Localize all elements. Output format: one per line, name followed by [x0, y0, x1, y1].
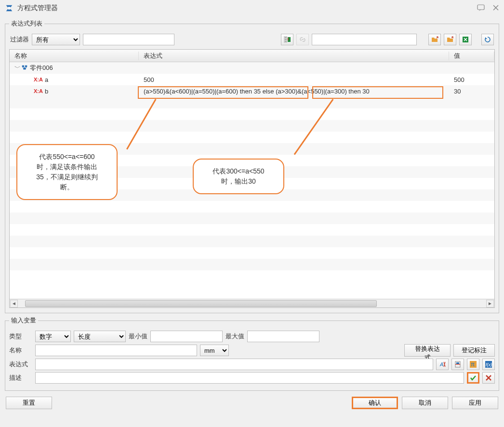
- col-header-expr[interactable]: 表达式: [139, 52, 449, 60]
- folder-close-button[interactable]: [444, 34, 456, 45]
- pi-helper-icon[interactable]: π: [467, 359, 479, 370]
- max-input[interactable]: [247, 331, 319, 342]
- name-label: 名称: [9, 346, 32, 355]
- filter-row: 过滤器 所有: [9, 32, 495, 49]
- horizontal-scrollbar[interactable]: ◄ ►: [10, 299, 494, 307]
- refresh-button[interactable]: [481, 34, 494, 45]
- link-path-input[interactable]: [312, 34, 417, 45]
- input-variables-legend: 输入变量: [9, 316, 38, 325]
- name-input[interactable]: [35, 345, 197, 356]
- excel-button[interactable]: [459, 34, 472, 45]
- import-excel-button[interactable]: [281, 34, 293, 45]
- input-variables-group: 输入变量 类型 数字 长度 最小值 最大值 名称 mm 替换表达式 登记标注 表…: [5, 316, 499, 391]
- var-icon: X:A: [34, 77, 43, 82]
- reset-button[interactable]: 重置: [6, 397, 52, 409]
- dialog-button-row: 重置 确认 取消 应用: [0, 394, 504, 414]
- svg-rect-7: [23, 67, 26, 69]
- expression-input[interactable]: [35, 359, 433, 370]
- tree-root-row[interactable]: ﹀ 零件006: [10, 62, 494, 74]
- table-header: 名称 表达式 值: [10, 50, 494, 62]
- svg-rect-1: [477, 5, 484, 10]
- filter-label: 过滤器: [10, 35, 29, 44]
- min-label: 最小值: [129, 332, 147, 341]
- description-label: 描述: [9, 374, 32, 382]
- strike-helper-icon[interactable]: [451, 359, 464, 370]
- expression-label: 表达式: [9, 360, 32, 369]
- titlebar: 方程式管理器: [0, 0, 504, 16]
- svg-rect-10: [456, 362, 459, 364]
- svg-text:π: π: [471, 361, 475, 368]
- description-input[interactable]: [35, 372, 464, 384]
- apply-button[interactable]: 应用: [452, 397, 498, 409]
- expression-list-legend: 表达式列表: [9, 19, 44, 28]
- filter-search-input[interactable]: [83, 34, 174, 45]
- part-icon: [21, 64, 28, 72]
- ok-button[interactable]: 确认: [352, 397, 398, 409]
- var-name: a: [45, 76, 48, 83]
- replace-expression-button[interactable]: 替换表达式: [404, 344, 451, 357]
- scroll-left-icon[interactable]: ◄: [10, 300, 18, 307]
- svg-text:A: A: [439, 361, 443, 367]
- folder-open-button[interactable]: [428, 34, 441, 45]
- filter-combo[interactable]: 所有: [32, 34, 80, 45]
- col-header-value[interactable]: 值: [449, 52, 494, 60]
- unit-combo[interactable]: mm: [200, 345, 229, 356]
- svg-rect-0: [8, 7, 10, 9]
- var-expr: (a>550)&(a<600)|(a=550)|(a=600) then 35 …: [139, 88, 449, 95]
- svg-rect-5: [22, 65, 24, 67]
- var-icon: X:A: [34, 88, 43, 94]
- type-label: 类型: [9, 332, 32, 341]
- table-row[interactable]: X:A a 500 500: [10, 74, 494, 85]
- svg-text:f(x): f(x): [486, 362, 492, 367]
- min-input[interactable]: [150, 331, 223, 342]
- var-name: b: [45, 88, 48, 95]
- var-value: 30: [449, 88, 494, 95]
- var-expr: 500: [139, 76, 449, 83]
- tree-toggle-icon[interactable]: ﹀: [14, 64, 19, 72]
- app-icon: [5, 4, 13, 13]
- link-button: [296, 34, 309, 45]
- tree-root-label: 零件006: [30, 64, 53, 72]
- var-helper-icon[interactable]: A: [436, 359, 449, 370]
- expression-list-group: 表达式列表 过滤器 所有 名称 表达式: [5, 19, 499, 313]
- register-annotation-button[interactable]: 登记标注: [453, 344, 495, 357]
- accept-button[interactable]: [467, 372, 479, 384]
- table-row[interactable]: X:A b (a>550)&(a<600)|(a=550)|(a=600) th…: [10, 85, 494, 97]
- help-icon[interactable]: [477, 4, 485, 13]
- expression-table[interactable]: 名称 表达式 值 ﹀ 零件006 X:A a: [9, 49, 495, 308]
- scroll-thumb[interactable]: [25, 300, 377, 307]
- fx-helper-icon[interactable]: f(x): [482, 359, 495, 370]
- table-body: ﹀ 零件006 X:A a 500 500 X:A: [10, 62, 494, 282]
- scroll-right-icon[interactable]: ►: [486, 300, 494, 307]
- dimension-combo[interactable]: 长度: [74, 331, 126, 342]
- reject-button[interactable]: [482, 372, 495, 384]
- max-label: 最大值: [225, 332, 244, 341]
- col-header-name[interactable]: 名称: [10, 52, 139, 60]
- window-title: 方程式管理器: [17, 4, 58, 13]
- cancel-button[interactable]: 取消: [402, 397, 448, 409]
- svg-rect-6: [25, 65, 27, 67]
- type-combo[interactable]: 数字: [35, 331, 71, 342]
- var-value: 500: [449, 76, 494, 83]
- close-icon[interactable]: [492, 4, 499, 13]
